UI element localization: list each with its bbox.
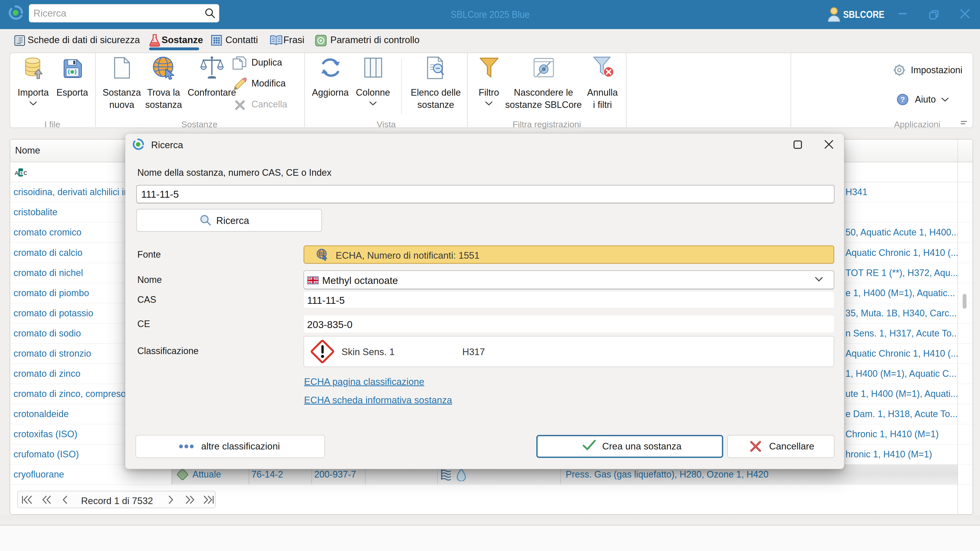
svg-text:C: C <box>24 170 27 176</box>
svg-text:?: ? <box>900 95 905 103</box>
svg-text:A: A <box>14 170 19 176</box>
svg-text:B: B <box>19 170 24 176</box>
